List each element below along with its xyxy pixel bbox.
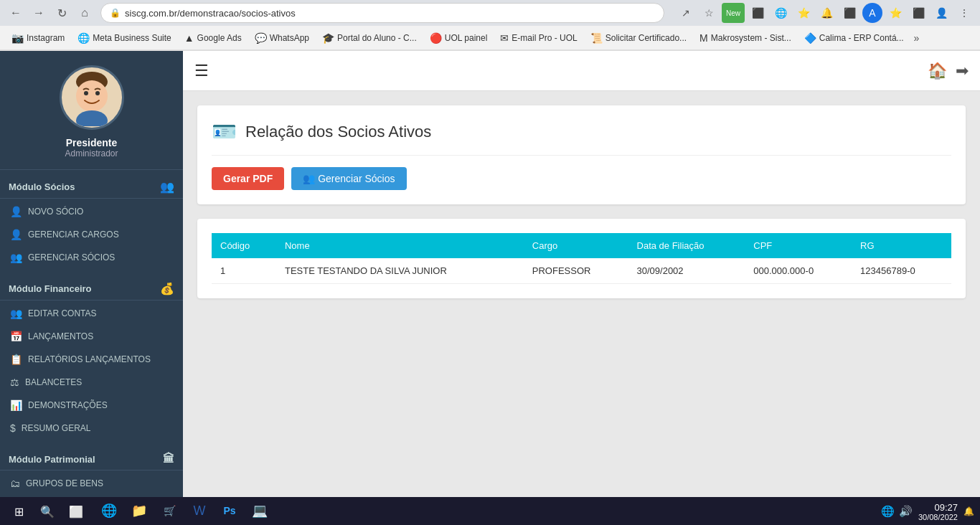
sidebar: Presidente Administrador Módulo Sócios 👥…: [0, 51, 183, 497]
content-main: 🪪 Relação dos Socios Ativos Gerar PDF 👥 …: [183, 91, 980, 497]
forward-button[interactable]: →: [29, 3, 49, 23]
browser-actions: ↗ ☆ New ⬛ 🌐 ⭐ 🔔 ⬛ A ⭐ ⬛ 👤 ⋮: [676, 3, 974, 23]
cell-codigo: 1: [212, 258, 276, 284]
ext-btn-7[interactable]: ⬛: [908, 3, 928, 23]
home-button[interactable]: ⌂: [75, 3, 95, 23]
search-button[interactable]: 🔍: [34, 498, 60, 524]
page-title-card: 🪪 Relação dos Socios Ativos Gerar PDF 👥 …: [197, 105, 966, 204]
meta-icon: 🌐: [77, 32, 90, 44]
task-view-button[interactable]: ⬜: [63, 498, 89, 524]
sidebar-item-demonstracoes[interactable]: 📊 DEMONSTRAÇÕES: [0, 394, 183, 417]
main-layout: Presidente Administrador Módulo Sócios 👥…: [0, 51, 980, 497]
bookmark-button[interactable]: ☆: [699, 3, 719, 23]
ext-btn-3[interactable]: ⭐: [793, 3, 814, 23]
taskbar-left: ⊞ 🔍 ⬜ 🌐 📁 🛒 W Ps 💻: [6, 498, 274, 525]
network-icon: 🌐: [881, 505, 895, 518]
bookmark-email-uol[interactable]: ✉ E-mail Pro - UOL: [494, 30, 583, 46]
sidebar-item-lancamentos[interactable]: 📅 LANÇAMENTOS: [0, 325, 183, 348]
reload-button[interactable]: ↻: [52, 3, 72, 23]
bookmark-uol-painel[interactable]: 🔴 UOL painel: [424, 30, 494, 46]
resumo-icon: $: [10, 422, 16, 434]
table-row[interactable]: 1 TESTE TESTANDO DA SILVA JUNIOR PROFESS…: [212, 258, 951, 284]
header-icons: 🏠 ➡: [928, 62, 969, 80]
col-cargo: Cargo: [524, 233, 628, 258]
browser-nav: ← → ↻ ⌂: [6, 3, 95, 23]
taskbar-app-edge[interactable]: 🌐: [95, 498, 123, 525]
bookmark-portal-aluno[interactable]: 🎓 Portal do Aluno - C...: [316, 30, 423, 46]
taskbar-app-store[interactable]: 🛒: [155, 498, 184, 525]
share-button[interactable]: ↗: [676, 3, 696, 23]
table-header: Código Nome Cargo Data de Filiação CPF R…: [212, 233, 951, 258]
notification-button[interactable]: 🔔: [963, 506, 974, 516]
gerar-pdf-button[interactable]: Gerar PDF: [212, 167, 284, 190]
avatar: [60, 65, 124, 130]
cell-nome: TESTE TESTANDO DA SILVA JUNIOR: [276, 258, 524, 284]
google-ads-icon: ▲: [184, 32, 194, 44]
logout-icon[interactable]: ➡: [956, 62, 969, 80]
sidebar-item-label: RESUMO GERAL: [22, 423, 91, 433]
address-bar[interactable]: 🔒 siscg.com.br/demonstracao/socios-ativo…: [100, 3, 664, 23]
sidebar-item-relatorios[interactable]: 📋 RELATÓRIOS LANÇAMENTOS: [0, 348, 183, 371]
bookmark-google-ads[interactable]: ▲ Google Ads: [179, 30, 248, 46]
ext-btn-1[interactable]: ⬛: [748, 3, 768, 23]
more-bookmarks[interactable]: »: [914, 32, 920, 44]
socios-table-card: Código Nome Cargo Data de Filiação CPF R…: [197, 219, 966, 298]
profile-role: Administrador: [65, 148, 118, 159]
gerenciar-socios-button[interactable]: 👥 Gerenciar Sócios: [291, 167, 406, 190]
taskbar-app-explorer[interactable]: 📁: [125, 498, 154, 525]
email-icon: ✉: [500, 32, 509, 44]
profile-button[interactable]: A: [862, 3, 882, 23]
ext-btn-2[interactable]: 🌐: [771, 3, 791, 23]
taskbar-right: 🌐 🔊 09:27 30/08/2022 🔔: [881, 502, 974, 521]
home-icon[interactable]: 🏠: [928, 62, 947, 80]
sidebar-item-gerenciar-socios[interactable]: 👥 GERENCIAR SÓCIOS: [0, 246, 183, 269]
menu-button[interactable]: ⋮: [954, 3, 974, 23]
taskbar-app-other[interactable]: 💻: [245, 498, 274, 525]
bookmark-calima[interactable]: 🔷 Calima - ERP Contá...: [798, 30, 910, 46]
module-patrimonial-header: Módulo Patrimonial 🏛: [0, 448, 183, 470]
profile-avatar[interactable]: 👤: [931, 3, 951, 23]
ext-btn-6[interactable]: ⭐: [885, 3, 905, 23]
instagram-icon: 📷: [11, 32, 24, 44]
bookmarks-bar: 📷 Instagram 🌐 Meta Business Suite ▲ Goog…: [0, 26, 980, 50]
patrimonial-module-icon: 🏛: [163, 453, 174, 465]
sidebar-item-editar-contas[interactable]: 👥 EDITAR CONTAS: [0, 302, 183, 325]
module-financeiro: Módulo Financeiro 💰 👥 EDITAR CONTAS 📅 LA…: [0, 272, 183, 443]
sidebar-item-label: GERENCIAR CARGOS: [28, 230, 119, 240]
sidebar-item-grupos-bens[interactable]: 🗂 GRUPOS DE BENS: [0, 472, 183, 495]
bookmark-whatsapp[interactable]: 💬 WhatsApp: [249, 30, 315, 46]
cert-icon: 📜: [590, 32, 603, 44]
uol-icon: 🔴: [430, 32, 442, 44]
sidebar-item-balancetes[interactable]: ⚖ BALANCETES: [0, 371, 183, 394]
volume-icon: 🔊: [899, 505, 913, 518]
bookmark-makrosystem[interactable]: M Makrosystem - Sist...: [694, 30, 797, 46]
svg-point-4: [84, 91, 88, 95]
sidebar-item-resumo-geral[interactable]: $ RESUMO GERAL: [0, 417, 183, 440]
bookmark-instagram[interactable]: 📷 Instagram: [6, 30, 70, 46]
start-button[interactable]: ⊞: [6, 498, 32, 524]
lancamentos-icon: 📅: [10, 331, 22, 342]
browser-titlebar: ← → ↻ ⌂ 🔒 siscg.com.br/demonstracao/soci…: [0, 0, 980, 26]
svg-point-5: [95, 91, 100, 95]
col-nome: Nome: [276, 233, 524, 258]
gerenciar-cargos-icon: 👤: [10, 229, 22, 240]
taskbar-app-word[interactable]: W: [185, 498, 214, 525]
bookmark-meta[interactable]: 🌐 Meta Business Suite: [72, 30, 176, 46]
new-tab-indicator[interactable]: New: [722, 3, 745, 23]
col-data-filiacao: Data de Filiação: [628, 233, 745, 258]
taskbar-app-photoshop[interactable]: Ps: [215, 498, 244, 525]
bookmark-label: Google Ads: [197, 33, 242, 43]
svg-point-2: [76, 80, 108, 112]
ext-btn-4[interactable]: 🔔: [816, 3, 837, 23]
sidebar-item-novo-socio[interactable]: 👤 NOVO SÓCIO: [0, 200, 183, 223]
ext-btn-5[interactable]: ⬛: [839, 3, 859, 23]
sidebar-item-setor[interactable]: 👥 SETOR/DEPARTAMENTO: [0, 495, 183, 497]
back-button[interactable]: ←: [6, 3, 26, 23]
whatsapp-icon: 💬: [255, 32, 267, 44]
taskbar: ⊞ 🔍 ⬜ 🌐 📁 🛒 W Ps 💻 🌐 🔊 09:27 30/08/2022 …: [0, 497, 980, 525]
taskbar-clock: 09:27 30/08/2022: [918, 502, 958, 521]
sidebar-item-gerenciar-cargos[interactable]: 👤 GERENCIAR CARGOS: [0, 223, 183, 246]
bookmark-certificado[interactable]: 📜 Solicitar Certificado...: [585, 30, 692, 46]
taskbar-time-display: 09:27: [918, 502, 958, 513]
hamburger-menu[interactable]: ☰: [194, 62, 209, 80]
